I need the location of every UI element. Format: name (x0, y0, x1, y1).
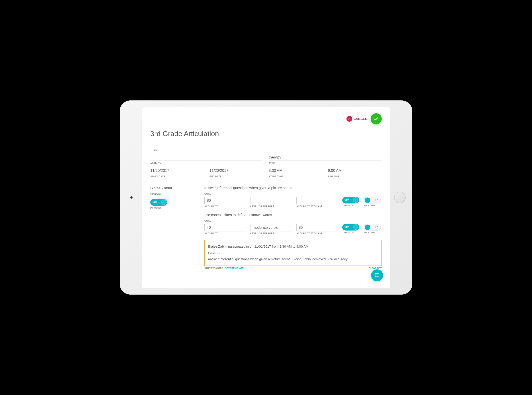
accuracy-support-label: ACCURACY WITH SUP... (296, 204, 338, 208)
goal-label: GOAL (204, 191, 382, 195)
check-icon (373, 116, 379, 122)
support-input[interactable] (250, 197, 292, 204)
notes-footer: STUDENT NOTES | NOTE TEMPLATE CLEAR NOT (204, 266, 382, 269)
accuracy-support-input[interactable] (296, 224, 338, 231)
support-input[interactable] (250, 224, 292, 231)
support-label: LEVEL OF SUPPORT (250, 204, 292, 208)
goal-label: GOAL (204, 218, 382, 222)
end-date-label: END DATE (209, 174, 263, 178)
accuracy-support-label: ACCURACY WITH SUP... (296, 231, 338, 235)
end-time-value[interactable]: 9:00 AM (328, 169, 382, 174)
start-date-label: START DATE (150, 174, 204, 178)
activity-label: ACTIVITY (150, 160, 263, 165)
toggle-thumb (161, 199, 166, 205)
top-actions: CANCEL (150, 113, 382, 124)
cancel-button[interactable]: CANCEL (346, 116, 367, 122)
mastered-toggle[interactable]: NO (364, 197, 381, 203)
cancel-label: CANCEL (354, 117, 367, 121)
student-notes-textarea[interactable]: Blaise Zabini participated in on 11/01/2… (204, 240, 382, 266)
support-label: LEVEL OF SUPPORT (250, 231, 292, 235)
clear-notes-link[interactable]: CLEAR NOT (369, 267, 382, 269)
notes-line: Blaise Zabini participated in on 11/01/2… (208, 243, 378, 250)
mastered-label: MASTERED (364, 230, 382, 234)
accuracy-label: ACCURACY (204, 231, 246, 235)
app-screen: CANCEL 3rd Grade Articulation TITLE ACTI… (142, 107, 390, 288)
title-label: TITLE (150, 147, 382, 151)
student-name: Blaise Zabini (150, 186, 199, 191)
end-time-label: END TIME (328, 174, 382, 178)
confirm-button[interactable] (371, 113, 382, 124)
accuracy-label: ACCURACY (204, 204, 246, 208)
targeted-label: TARGETED (342, 230, 360, 234)
targeted-toggle[interactable]: YES (342, 224, 359, 230)
page-title: 3rd Grade Articulation (150, 130, 382, 138)
title-value[interactable] (150, 142, 382, 147)
start-time-value[interactable]: 8:30 AM (269, 169, 323, 174)
activity-value[interactable] (150, 155, 263, 160)
notes-line: answer inferential questions when given … (208, 256, 378, 263)
accuracy-support-input[interactable] (296, 197, 338, 204)
start-time-label: START TIME (269, 174, 323, 178)
targeted-toggle[interactable]: YES (342, 197, 359, 203)
home-button[interactable] (394, 192, 406, 203)
accuracy-input[interactable] (204, 224, 246, 231)
goal-block: use context clues to define unknown word… (204, 213, 382, 235)
targeted-label: TARGETED (342, 203, 360, 207)
present-toggle[interactable]: YES (150, 199, 167, 206)
goal-title: use context clues to define unknown word… (204, 213, 382, 217)
goal-title: answer inferential questions when given … (204, 186, 382, 190)
chat-icon (374, 272, 380, 278)
present-toggle-label: YES (153, 201, 157, 204)
note-template-link[interactable]: NOTE TEMPLATE (225, 267, 244, 269)
accuracy-input[interactable] (204, 197, 246, 204)
goal-block: answer inferential questions when given … (204, 186, 382, 208)
student-notes-label: STUDENT NOTES (204, 267, 223, 269)
section-divider (150, 182, 382, 182)
start-date-value[interactable]: 11/20/2017 (150, 169, 204, 174)
student-label: STUDENT (150, 191, 199, 195)
type-label: TYPE (269, 160, 382, 165)
undo-icon (346, 116, 352, 122)
end-date-value[interactable]: 11/20/2017 (209, 169, 263, 174)
mastered-toggle[interactable]: NO (364, 224, 381, 230)
type-value[interactable]: therapy (269, 155, 382, 160)
notes-line: GOALS (208, 250, 378, 256)
present-label: PRESENT (150, 206, 199, 209)
ipad-frame: CANCEL 3rd Grade Articulation TITLE ACTI… (120, 100, 412, 295)
chat-support-button[interactable] (371, 269, 383, 281)
mastered-label: MASTERED (364, 203, 382, 207)
camera-dot (130, 196, 132, 199)
